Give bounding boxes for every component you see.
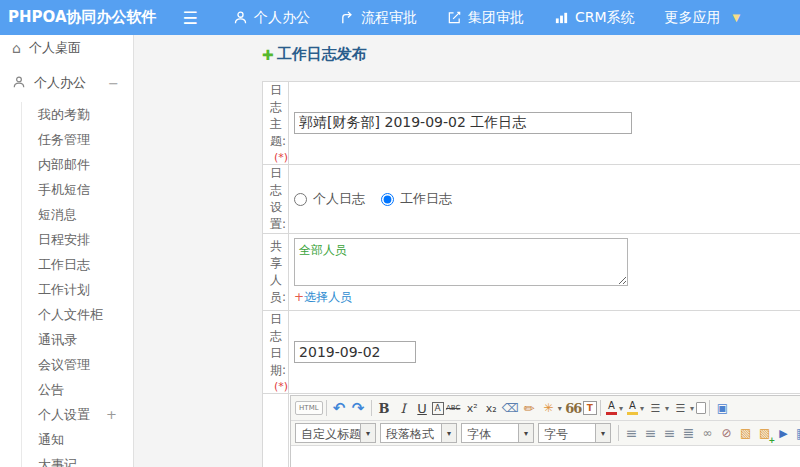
share-personnel-textarea[interactable]: 全部人员 (294, 238, 628, 286)
font-color-letter: A (608, 401, 615, 411)
nav-more-apps[interactable]: 更多应用 (665, 9, 721, 27)
caret-down-icon: ▾ (558, 404, 562, 413)
editor-content-area[interactable] (291, 446, 800, 467)
align-left-icon[interactable]: ≡ (622, 424, 641, 443)
sidebar-item-attendance[interactable]: 我的考勤 (38, 102, 133, 127)
choose-plus-icon[interactable]: + (294, 290, 304, 304)
sidebar-item-sms[interactable]: 手机短信 (38, 177, 133, 202)
share-label-cell: 共享人员: (263, 234, 289, 311)
editor-toolbar-row2: 自定义标题 ▾ 段落格式 ▾ 字体 ▾ (291, 421, 800, 446)
personal-log-radio-label[interactable]: 个人日志 (313, 190, 365, 208)
bold-icon[interactable]: B (375, 399, 394, 418)
choose-personnel-link[interactable]: 选择人员 (304, 290, 352, 304)
share-label: 共享人员: (270, 239, 286, 304)
underline-icon[interactable]: U (413, 399, 432, 418)
app-logo: PHPOA协同办公软件 (0, 8, 175, 27)
sidebar-item-label: 个人桌面 (29, 39, 81, 57)
sidebar-item-tasks[interactable]: 任务管理 (38, 127, 133, 152)
nav-group-approval[interactable]: 集团审批 (447, 9, 524, 27)
superscript-icon[interactable]: x² (463, 399, 482, 418)
insert-image-icon[interactable]: ▧ (736, 424, 755, 443)
sidebar-item-label: 短消息 (38, 202, 117, 227)
custom-heading-select[interactable]: 自定义标题 ▾ (295, 423, 376, 443)
paragraph-format-select[interactable]: 段落格式 ▾ (380, 423, 457, 443)
sidebar-item-contacts[interactable]: 通讯录 (38, 327, 133, 352)
ordered-list-button[interactable]: ☰ ▾ (646, 399, 671, 418)
unordered-list-button[interactable]: ☰ ▾ (671, 399, 696, 418)
person-icon (12, 75, 26, 92)
top-nav-menu: 个人办公 流程审批 集团审批 CRM系统 (233, 9, 740, 27)
hamburger-menu-icon[interactable]: ☰ (175, 8, 205, 28)
select-value: 字体 (462, 424, 518, 442)
remove-format-icon[interactable]: ⌫ (501, 399, 520, 418)
redo-icon[interactable]: ↷ (349, 399, 368, 418)
font-border-icon[interactable]: A (432, 402, 444, 415)
html-source-button[interactable]: HTML (295, 401, 322, 415)
caret-down-icon: ▾ (690, 404, 694, 413)
chevron-down-icon[interactable]: ▼ (733, 12, 741, 23)
nav-label: 流程审批 (361, 9, 417, 27)
share-row: 共享人员: 全部人员 +选择人员 (263, 234, 800, 311)
personal-log-radio[interactable] (294, 193, 307, 206)
sidebar-item-meetings[interactable]: 会议管理 (38, 352, 133, 377)
subject-input[interactable] (294, 112, 632, 134)
collapse-minus-icon[interactable]: − (108, 76, 119, 91)
font-size-select[interactable]: 字号 ▾ (538, 423, 611, 443)
sidebar-item-schedule[interactable]: 日程安排 (38, 227, 133, 252)
sidebar-item-label: 通知 (38, 427, 117, 452)
log-date-input[interactable] (294, 341, 416, 363)
paste-as-text-icon[interactable]: T (583, 401, 597, 415)
sidebar-item-personal-settings[interactable]: 个人设置 + (38, 402, 133, 427)
insert-media-icon[interactable]: ▶ (774, 424, 793, 443)
work-log-radio-label[interactable]: 工作日志 (400, 190, 452, 208)
unlink-icon[interactable]: ⊘ (717, 424, 736, 443)
align-justify-icon[interactable]: ≣ (679, 424, 698, 443)
sidebar-item-label: 大事记 (38, 452, 117, 467)
insert-table-icon[interactable]: ▦ (793, 424, 800, 443)
nav-crm-system[interactable]: CRM系统 (554, 9, 635, 27)
work-log-radio[interactable] (381, 193, 394, 206)
font-color-button[interactable]: A ▾ (604, 401, 625, 415)
align-center-icon[interactable]: ≡ (641, 424, 660, 443)
sidebar-item-milestones[interactable]: 大事记 (38, 452, 133, 467)
sidebar-item-label: 会议管理 (38, 352, 117, 377)
emotion-icon[interactable]: ▣ (713, 399, 732, 418)
sidebar-section-personal-office[interactable]: 个人办公 − (0, 70, 133, 96)
sidebar-item-work-log[interactable]: 工作日志 (38, 252, 133, 277)
auto-typeset-button[interactable]: ✳ ▾ (539, 399, 564, 418)
subscript-icon[interactable]: x₂ (482, 399, 501, 418)
sidebar-item-desktop[interactable]: ⌂ 个人桌面 (0, 35, 133, 61)
sidebar-item-work-plan[interactable]: 工作计划 (38, 277, 133, 302)
subject-row: 日志主题:(*) (263, 82, 800, 165)
content-row: 内容:(*) HTML ↶ ↷ B I (263, 394, 800, 467)
format-painter-icon[interactable]: ✏ (520, 399, 539, 418)
align-right-icon[interactable]: ≡ (660, 424, 679, 443)
content-label-cell: 内容:(*) (263, 394, 289, 467)
link-icon[interactable]: ∞ (698, 424, 717, 443)
sidebar-item-internal-mail[interactable]: 内部邮件 (38, 152, 133, 177)
nav-process-approval[interactable]: 流程审批 (340, 9, 417, 27)
sidebar-item-label: 通讯录 (38, 327, 117, 352)
font-family-select[interactable]: 字体 ▾ (461, 423, 534, 443)
italic-icon[interactable]: I (394, 399, 413, 418)
nav-personal-office[interactable]: 个人办公 (233, 9, 310, 27)
sidebar-item-file-cabinet[interactable]: 个人文件柜 (38, 302, 133, 327)
home-icon: ⌂ (12, 40, 21, 56)
sidebar-submenu: 我的考勤 任务管理 内部邮件 手机短信 短消息 日程安排 工作日志 工作计划 个… (21, 102, 133, 467)
nav-label: 个人办公 (254, 9, 310, 27)
new-page-icon[interactable] (696, 402, 706, 414)
sidebar-item-announcements[interactable]: 公告 (38, 377, 133, 402)
share-field-cell: 全部人员 +选择人员 (289, 234, 800, 311)
undo-icon[interactable]: ↶ (330, 399, 349, 418)
background-color-button[interactable]: A ▾ (625, 401, 646, 415)
sidebar-item-label: 日程安排 (38, 227, 117, 252)
sidebar-section-label: 个人办公 (34, 74, 100, 92)
sidebar-item-notifications[interactable]: 通知 (38, 427, 133, 452)
nav-label: 更多应用 (665, 9, 721, 27)
sidebar-item-short-message[interactable]: 短消息 (38, 202, 133, 227)
multi-image-icon[interactable]: ▧ + (755, 424, 774, 443)
blockquote-icon[interactable]: 66 (564, 399, 583, 418)
date-row: 日志日期:(*) (263, 311, 800, 394)
expand-plus-icon[interactable]: + (106, 402, 117, 427)
strikethrough-icon[interactable]: ABC (444, 399, 463, 418)
